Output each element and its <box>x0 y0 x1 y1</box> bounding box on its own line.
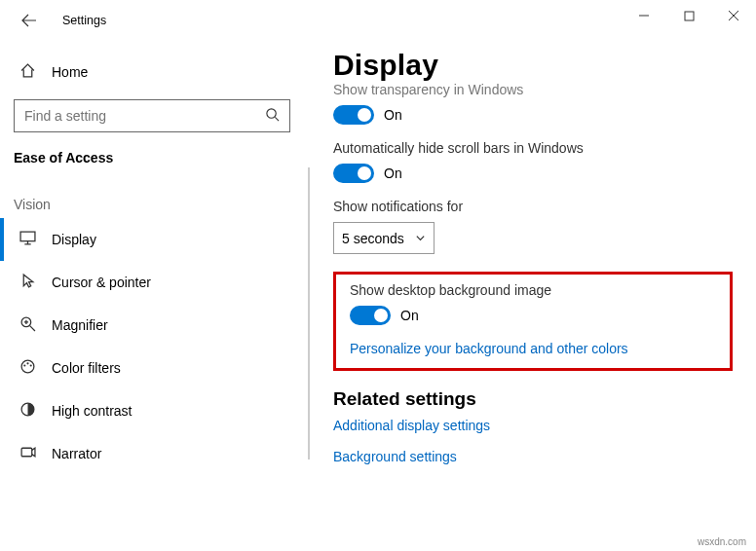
back-button[interactable] <box>19 11 39 30</box>
narrator-icon <box>19 444 36 463</box>
search-input[interactable] <box>14 99 290 132</box>
magnifier-icon <box>19 315 36 335</box>
content-pane: Display Show transparency in Windows On … <box>310 41 756 551</box>
link-personalize-bg[interactable]: Personalize your background and other co… <box>350 341 716 356</box>
sidebar-home-label: Home <box>52 64 88 80</box>
svg-point-5 <box>23 364 25 366</box>
sidebar-home[interactable]: Home <box>14 51 296 93</box>
toggle-desktopbg[interactable] <box>350 306 391 325</box>
contrast-icon <box>19 401 36 421</box>
sidebar-group-vision: Vision <box>14 197 296 212</box>
svg-point-1 <box>267 109 276 118</box>
toggle-scrollbars[interactable] <box>333 164 374 183</box>
sidebar-item-display[interactable]: Display <box>14 218 296 261</box>
link-additional-display[interactable]: Additional display settings <box>333 418 733 433</box>
sidebar-item-narrator[interactable]: Narrator <box>14 432 296 475</box>
minimize-button[interactable] <box>622 0 666 31</box>
svg-rect-0 <box>685 12 694 20</box>
sidebar-item-label: Narrator <box>52 446 101 461</box>
window-title: Settings <box>62 14 106 27</box>
footer-credit: wsxdn.com <box>698 536 746 547</box>
option-desktopbg-label: Show desktop background image <box>350 282 716 298</box>
select-value: 5 seconds <box>342 231 404 246</box>
maximize-button[interactable] <box>666 0 711 31</box>
option-notifications-label: Show notifications for <box>333 199 733 214</box>
sidebar-item-highcontrast[interactable]: High contrast <box>14 389 296 432</box>
sidebar-item-magnifier[interactable]: Magnifier <box>14 304 296 347</box>
svg-point-7 <box>30 364 32 366</box>
svg-point-4 <box>21 360 34 373</box>
sidebar-item-label: High contrast <box>52 403 132 419</box>
home-icon <box>19 62 36 82</box>
sidebar-item-label: Display <box>52 232 96 247</box>
option-scrollbars-label: Automatically hide scroll bars in Window… <box>333 140 733 156</box>
sidebar-item-label: Color filters <box>52 360 121 376</box>
sidebar-item-label: Magnifier <box>52 317 108 333</box>
option-transparency-label: Show transparency in Windows <box>333 82 733 97</box>
search-field[interactable] <box>24 108 265 124</box>
toggle-transparency-state: On <box>384 107 402 123</box>
svg-point-6 <box>26 362 28 364</box>
palette-icon <box>19 358 36 378</box>
search-icon <box>265 107 280 125</box>
toggle-scrollbars-state: On <box>384 165 402 181</box>
select-notifications-duration[interactable]: 5 seconds <box>333 222 435 254</box>
svg-rect-9 <box>21 448 32 457</box>
related-heading: Related settings <box>333 388 733 410</box>
page-title: Display <box>333 49 733 82</box>
toggle-desktopbg-state: On <box>400 308 419 323</box>
chevron-down-icon <box>415 231 426 246</box>
link-background-settings[interactable]: Background settings <box>333 449 733 464</box>
svg-rect-2 <box>20 232 35 241</box>
highlight-desktop-bg: Show desktop background image On Persona… <box>333 272 733 371</box>
toggle-transparency[interactable] <box>333 105 374 125</box>
close-button[interactable] <box>711 0 756 31</box>
monitor-icon <box>19 230 36 249</box>
sidebar-item-cursor[interactable]: Cursor & pointer <box>14 261 296 304</box>
cursor-icon <box>19 273 36 292</box>
sidebar-item-label: Cursor & pointer <box>52 275 151 290</box>
sidebar: Home Ease of Access Vision Display Curso… <box>0 41 310 551</box>
sidebar-item-colorfilters[interactable]: Color filters <box>14 347 296 389</box>
sidebar-category: Ease of Access <box>14 150 296 165</box>
